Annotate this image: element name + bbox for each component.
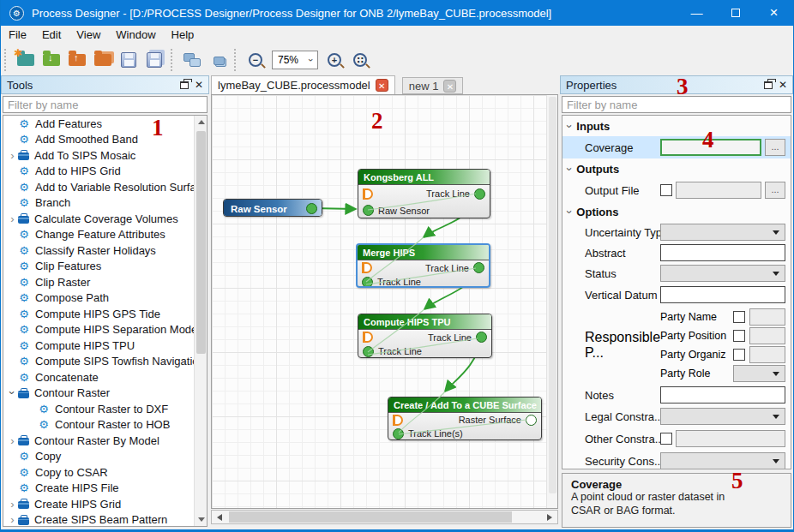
zoom-fit-button[interactable]: ∷ [347, 47, 373, 73]
output-port[interactable] [473, 262, 484, 273]
tool-item[interactable]: Clip Raster [3, 274, 207, 290]
output-port[interactable] [474, 188, 485, 200]
tool-item[interactable]: Classify Raster Holidays [3, 242, 207, 259]
input-port[interactable] [393, 428, 404, 439]
party-name-field[interactable] [749, 308, 785, 326]
zoom-out-button[interactable]: − [243, 47, 268, 73]
scrollbar-thumb[interactable] [196, 131, 206, 354]
party-position-field[interactable] [749, 327, 785, 344]
abstract-field[interactable] [660, 244, 785, 261]
tool-item[interactable]: Compute SIPS Towfish Navigation [3, 354, 207, 370]
menu-file[interactable]: File [1, 26, 34, 45]
close-tab-icon[interactable]: ✕ [443, 80, 456, 93]
output-file-field[interactable] [676, 182, 761, 199]
tool-item[interactable]: Contour Raster By Model [3, 433, 207, 449]
chevron-down-icon[interactable]: › [563, 167, 576, 170]
toolbar-grip[interactable] [171, 49, 175, 71]
tool-item[interactable]: Branch [3, 195, 207, 212]
coverage-browse-button[interactable]: ... [765, 139, 785, 156]
paste-node-button[interactable] [205, 47, 231, 73]
tool-item[interactable]: Copy [3, 449, 207, 465]
tool-item[interactable]: Add to Variable Resolution Surface [3, 179, 207, 195]
chevron-right-icon[interactable] [7, 149, 18, 162]
party-organization-checkbox[interactable] [733, 349, 745, 361]
zoom-level-select[interactable]: 75% › [272, 51, 318, 69]
group-inputs[interactable]: ›Inputs [562, 116, 791, 136]
tool-item[interactable]: Create HIPS File [3, 481, 207, 497]
party-position-checkbox[interactable] [733, 330, 745, 342]
chevron-down-icon[interactable]: › [563, 124, 576, 128]
chevron-down-icon[interactable]: › [563, 210, 576, 213]
party-organization-field[interactable] [749, 346, 785, 363]
tool-item[interactable]: Concatenate [3, 369, 207, 386]
scroll-down-icon[interactable] [198, 517, 205, 522]
tool-item[interactable]: Calculate Coverage Volumes [3, 211, 207, 227]
menu-edit[interactable]: Edit [34, 26, 69, 45]
group-options[interactable]: ›Options [562, 201, 791, 222]
tool-item[interactable]: Compute HIPS Separation Model [3, 322, 207, 338]
tools-filter-input[interactable] [3, 96, 208, 113]
menu-help[interactable]: Help [164, 26, 202, 45]
security-constraints-dropdown[interactable] [660, 452, 785, 469]
minimize-button[interactable]: — [677, 0, 716, 26]
node-compute-hips-tpu[interactable]: Compute HIPS TPU Track Line Track Line [358, 314, 492, 358]
tool-item[interactable]: Add Features [3, 116, 207, 132]
group-outputs[interactable]: ›Outputs [562, 158, 791, 179]
duplicate-process-model-button[interactable] [90, 47, 116, 73]
tool-item[interactable]: Compute HIPS GPS Tide [3, 306, 207, 322]
copy-node-button[interactable] [179, 47, 205, 73]
close-button[interactable]: × [755, 0, 793, 26]
tool-item[interactable]: Compose Path [3, 290, 207, 307]
tool-item[interactable]: Change Feature Attributes [3, 227, 207, 243]
tool-item[interactable]: Compute HIPS TPU [3, 338, 207, 354]
chevron-right-icon[interactable] [7, 498, 18, 511]
tool-item[interactable]: Contour Raster to HOB [3, 417, 207, 433]
scrollbar-thumb[interactable] [549, 97, 556, 493]
menu-view[interactable]: View [69, 26, 108, 45]
output-file-browse-button[interactable]: ... [765, 182, 785, 199]
legal-constraints-dropdown[interactable] [660, 408, 785, 425]
scrollbar-thumb[interactable] [229, 511, 512, 523]
tool-item[interactable]: Contour Raster [3, 386, 207, 402]
scroll-right-icon[interactable] [547, 514, 552, 521]
node-create-cube-surface[interactable]: Create / Add To a CUBE Surface Raster Su… [388, 397, 542, 440]
notes-field[interactable] [660, 386, 785, 403]
close-tab-icon[interactable]: ✕ [376, 79, 388, 92]
chevron-right-icon[interactable] [7, 513, 18, 526]
save-all-button[interactable] [141, 47, 167, 73]
canvas-horizontal-scrollbar[interactable] [211, 510, 558, 524]
scroll-left-icon[interactable] [217, 514, 222, 521]
output-port[interactable] [306, 203, 317, 214]
tab-new-1[interactable]: new 1 ✕ [402, 77, 464, 94]
vertical-datum-field[interactable] [660, 286, 785, 303]
node-merge-hips[interactable]: Merge HIPS Track Line Track Line [356, 243, 490, 288]
maximize-button[interactable] [716, 0, 755, 26]
output-file-checkbox[interactable] [660, 184, 672, 196]
party-name-checkbox[interactable] [733, 311, 745, 323]
tool-item[interactable]: Add Smoothed Band [3, 132, 207, 148]
float-panel-icon[interactable] [764, 81, 773, 89]
uncertainty-type-dropdown[interactable] [660, 224, 785, 241]
status-dropdown[interactable] [660, 265, 785, 282]
tools-scrollbar[interactable] [194, 116, 207, 526]
tool-item[interactable]: Add To SIPS Mosaic [3, 147, 207, 164]
float-panel-icon[interactable] [180, 81, 189, 89]
other-constraints-field[interactable] [676, 430, 785, 447]
input-port[interactable] [363, 346, 374, 357]
close-panel-icon[interactable]: ✕ [195, 81, 203, 89]
tool-item[interactable]: Add to HIPS Grid [3, 164, 207, 180]
canvas-vertical-scrollbar[interactable] [546, 95, 557, 508]
chevron-right-icon[interactable] [7, 212, 18, 225]
chevron-down-icon[interactable] [7, 386, 18, 399]
other-constraints-checkbox[interactable] [660, 433, 672, 445]
tool-item[interactable]: Contour Raster to DXF [3, 401, 207, 417]
menu-window[interactable]: Window [108, 26, 163, 45]
input-port[interactable] [362, 277, 373, 288]
import-process-model-button[interactable]: ↑ [64, 47, 90, 73]
tool-item[interactable]: Create SIPS Beam Pattern [3, 512, 207, 528]
close-panel-icon[interactable]: ✕ [779, 81, 787, 89]
input-port[interactable] [363, 205, 374, 216]
tool-item[interactable]: Clip Features [3, 259, 207, 275]
output-port[interactable] [476, 332, 487, 343]
party-role-dropdown[interactable] [733, 365, 785, 382]
